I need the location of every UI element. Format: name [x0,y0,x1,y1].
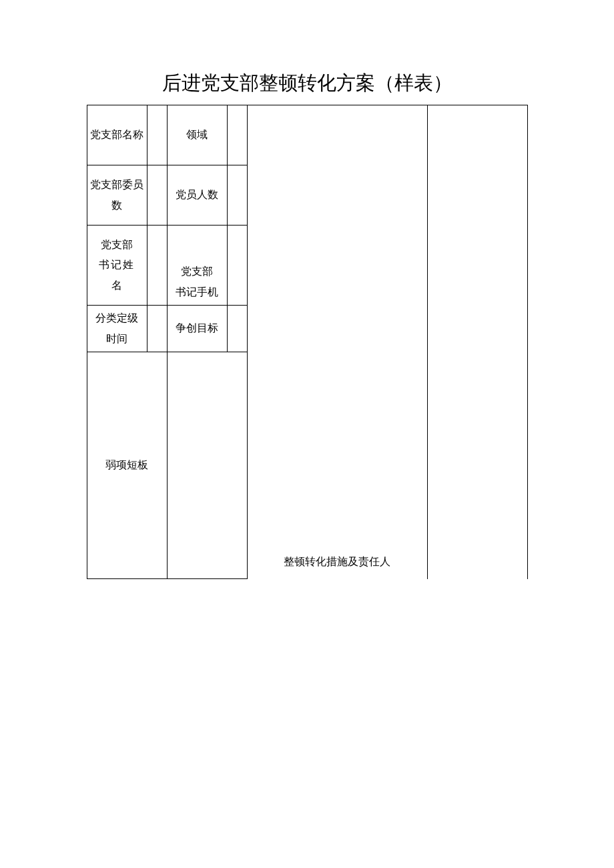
value-branch-name [147,105,167,165]
label-member-count: 党员人数 [167,165,227,226]
value-member-count [227,165,247,226]
value-domain [227,105,247,165]
value-classification-time [147,306,167,352]
value-goal [227,306,247,352]
page-title: 后进党支部整顿转化方案（样表） [0,70,614,97]
label-secretary-phone: 党支部 书记手机 [167,226,227,306]
value-committee-count [147,165,167,226]
value-weaknesses [167,352,247,579]
value-measures-extra [427,105,527,579]
label-goal: 争创目标 [167,306,227,352]
value-secretary-phone [227,226,247,306]
value-secretary-name [147,226,167,306]
label-weaknesses: 弱项短板 [87,352,167,579]
label-measures: 整顿转化措施及责任人 [247,105,427,579]
form-table: 党支部名称 领域 整顿转化措施及责任人 党支部委员数 党员人数 党支部 书记姓 … [87,105,528,579]
label-secretary-name: 党支部 书记姓 名 [87,226,147,306]
label-classification-time: 分类定级 时间 [87,306,147,352]
label-committee-count: 党支部委员数 [87,165,147,226]
label-branch-name: 党支部名称 [87,105,147,165]
label-domain: 领域 [167,105,227,165]
